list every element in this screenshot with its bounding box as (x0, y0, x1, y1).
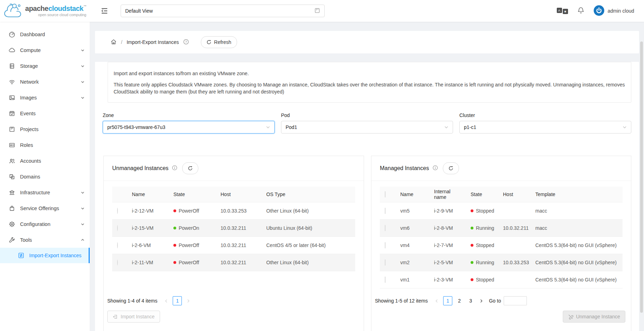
managed-panel-header: Managed Instances (371, 156, 631, 181)
table-row[interactable]: vm4i-2-7-VMStoppedCentOS 5.3(64-bit) no … (380, 237, 623, 254)
table-row[interactable]: vm6i-2-8-VMRunning10.0.32.211macc (380, 220, 623, 237)
sidebar-item-import-export-instances[interactable]: Import-Export Instances (0, 248, 90, 263)
notification-bell-icon[interactable] (577, 7, 585, 15)
chevron-down-icon (81, 48, 85, 52)
project-icon (314, 8, 320, 14)
sidebar-item-label: Tools (20, 237, 76, 243)
row-checkbox[interactable] (385, 242, 385, 248)
zone-select[interactable]: pr5075-t943-vmware-67u3 (103, 121, 275, 134)
translate-icon[interactable]: A★ (557, 8, 568, 14)
table-row[interactable]: i-2-6-VMPowerOff10.0.32.211CentOS 4/5 or… (112, 237, 355, 254)
row-radio[interactable] (117, 225, 118, 231)
sidebar-item-configuration[interactable]: Configuration (0, 216, 90, 232)
table-row[interactable]: vm1i-2-3-VMStoppedCentOS 5.3(64-bit) no … (380, 271, 623, 288)
row-checkbox[interactable] (385, 225, 385, 231)
cell-template: macc (531, 202, 623, 220)
row-radio[interactable] (117, 242, 118, 248)
refresh-button[interactable]: Refresh (201, 36, 237, 48)
brand-cloudstack: cloudstack (48, 5, 83, 12)
chevron-down-icon (81, 80, 85, 84)
import-icon (113, 314, 118, 319)
home-icon[interactable] (110, 39, 117, 46)
status-dot-icon (471, 261, 473, 264)
page-prev-button[interactable] (433, 297, 440, 305)
page-prev-button[interactable] (163, 297, 170, 305)
import-instance-button[interactable]: Import Instance (107, 311, 160, 323)
sidebar-item-images[interactable]: Images (0, 90, 90, 105)
table-row[interactable]: vm5i-2-9-VMStoppedmacc (380, 202, 623, 220)
user-menu[interactable]: admin cloud (594, 5, 635, 17)
import-export-card: Import and export instances to/from an e… (95, 62, 639, 331)
user-name: admin cloud (608, 8, 635, 14)
table-row[interactable]: i-2-11-VMPowerOff10.0.32.211Other Linux … (112, 254, 355, 271)
zone-select-value: pr5075-t943-vmware-67u3 (107, 124, 165, 130)
sidebar-item-accounts[interactable]: Accounts (0, 153, 90, 169)
table-row[interactable]: i-2-15-VMPowerOn10.0.32.211Ubuntu Linux … (112, 220, 355, 237)
column-header: State (466, 187, 499, 202)
sidebar-item-compute[interactable]: Compute (0, 42, 90, 58)
top-header: apachecloudstack™ open source cloud comp… (0, 0, 644, 22)
cell-os: Other Linux (64-bit) (262, 254, 355, 271)
chevron-down-icon (623, 125, 627, 129)
description-line-2: This feature only applies Cloudstack VMw… (114, 81, 625, 95)
managed-pagination: Showing 1-5 of 12 items 123Go to (375, 296, 527, 305)
compute-icon (8, 47, 15, 54)
table-header-row: NameStateHostOS Type (112, 187, 355, 202)
page-number-3[interactable]: 3 (466, 297, 475, 305)
sidebar-item-dashboard[interactable]: Dashboard (0, 26, 90, 42)
page-next-button[interactable] (185, 297, 192, 305)
unmanaged-instances-table: NameStateHostOS Typei-2-12-VMPowerOff10.… (112, 187, 355, 271)
managed-reload-button[interactable] (443, 162, 459, 174)
menu-fold-icon[interactable] (101, 8, 108, 14)
sidebar-item-events[interactable]: Events (0, 105, 90, 121)
cell-template: CentOS 5.3(64-bit) no GUI (vSphere) (531, 237, 623, 254)
sidebar-item-service-offerings[interactable]: Service Offerings (0, 200, 90, 216)
page-number-2[interactable]: 2 (455, 297, 464, 305)
pod-select[interactable]: Pod1 (281, 121, 453, 134)
sidebar-item-tools[interactable]: Tools (0, 232, 90, 248)
cloudstack-logo[interactable]: apachecloudstack™ open source cloud comp… (0, 2, 90, 20)
table-row[interactable]: i-2-12-VMPowerOff10.0.33.253Other Linux … (112, 202, 355, 220)
row-checkbox[interactable] (385, 277, 385, 283)
goto-page-input[interactable] (504, 296, 527, 305)
disconnect-icon (568, 314, 573, 319)
cluster-select-value: p1-c1 (464, 124, 476, 130)
column-header: OS Type (262, 187, 355, 202)
row-radio[interactable] (117, 259, 118, 266)
help-icon[interactable]: ? (183, 39, 189, 46)
page-number-1[interactable]: 1 (173, 296, 182, 305)
sidebar-item-network[interactable]: Network (0, 74, 90, 90)
pod-label: Pod (281, 112, 453, 118)
cell-host: 10.0.32.211 (499, 220, 531, 237)
main-content: / Import-Export Instances ? Refresh Impo… (90, 22, 644, 331)
sidebar-item-roles[interactable]: Roles (0, 137, 90, 153)
column-header: Name (128, 187, 169, 202)
page-number-1[interactable]: 1 (443, 296, 452, 305)
cell-name: i-2-6-VM (128, 237, 169, 254)
row-checkbox[interactable] (385, 208, 385, 214)
view-select[interactable]: Default View (121, 5, 325, 17)
page-next-button[interactable] (478, 297, 485, 305)
events-icon (8, 110, 15, 117)
unmanage-instance-button[interactable]: Unmanage Instance (563, 311, 625, 323)
row-radio[interactable] (117, 208, 118, 214)
select-all-checkbox[interactable] (385, 191, 385, 197)
cell-name: vm6 (396, 220, 430, 237)
cell-state: PowerOn (169, 220, 216, 237)
cluster-select[interactable]: p1-c1 (459, 121, 631, 134)
sidebar-item-domains[interactable]: Domains (0, 169, 90, 184)
scrollbar-thumb[interactable] (640, 41, 643, 313)
network-icon (8, 78, 15, 85)
row-checkbox[interactable] (385, 259, 385, 266)
sidebar-item-projects[interactable]: Projects (0, 121, 90, 137)
unmanaged-panel-header: Unmanaged Instances (104, 156, 364, 181)
unmanaged-reload-button[interactable] (182, 162, 198, 174)
refresh-button-label: Refresh (214, 39, 231, 45)
table-row[interactable]: vm2i-2-5-VMRunning10.0.33.253CentOS 5.3(… (380, 254, 623, 271)
cell-template: CentOS 5.3(64-bit) no GUI (vSphere) (531, 271, 623, 288)
cell-name: i-2-12-VM (128, 202, 169, 220)
sidebar-nav: DashboardComputeStorageNetworkImagesEven… (0, 22, 90, 331)
sidebar-item-storage[interactable]: Storage (0, 58, 90, 74)
sidebar-item-infrastructure[interactable]: Infrastructure (0, 184, 90, 200)
cell-os: CentOS 4/5 or later (64-bit) (262, 237, 355, 254)
